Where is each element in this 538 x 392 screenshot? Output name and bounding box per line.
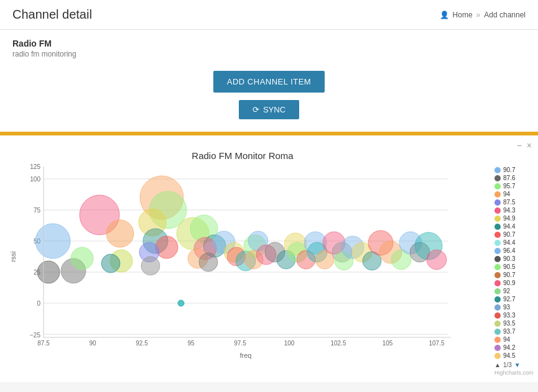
chart-title: Radio FM Monitor Roma <box>192 150 294 161</box>
legend-item: 90.7 <box>494 231 532 238</box>
svg-text:100: 100 <box>30 176 40 183</box>
chart-panel: − × Radio FM Monitor Roma −25 0 25 50 <box>0 134 538 382</box>
legend-item: 94.4 <box>494 239 532 246</box>
svg-text:87.5: 87.5 <box>37 340 50 347</box>
action-buttons: ADD CHANNEL ITEM ⟳ SYNC <box>12 71 526 119</box>
legend-item: 90.7 <box>494 166 532 173</box>
legend-item: 92 <box>494 288 532 294</box>
legend-item: 96.4 <box>494 247 532 254</box>
close-button[interactable]: × <box>527 140 532 150</box>
next-icon[interactable]: ▼ <box>514 362 521 368</box>
svg-text:125: 125 <box>30 163 40 170</box>
chart-legend: 90.787.695.79487.594.394.994.490.794.496… <box>494 142 532 376</box>
svg-text:97.5: 97.5 <box>234 340 246 347</box>
svg-point-25 <box>37 261 60 283</box>
legend-item: 93.7 <box>494 328 532 335</box>
svg-text:freq: freq <box>240 352 252 359</box>
svg-text:−25: −25 <box>30 332 40 339</box>
chart-credit: Highcharts.com <box>494 370 532 376</box>
svg-text:95: 95 <box>187 340 195 347</box>
home-icon: 👤 <box>440 11 449 19</box>
svg-point-39 <box>178 300 184 306</box>
chart-svg: Radio FM Monitor Roma −25 0 25 50 75 100… <box>6 142 494 376</box>
chart-controls: − × <box>517 140 532 150</box>
legend-item: 94.3 <box>494 207 532 214</box>
legend-item: 90.9 <box>494 280 532 286</box>
legend-item: 95.7 <box>494 183 532 189</box>
sync-label: SYNC <box>263 105 285 114</box>
svg-point-74 <box>427 250 447 270</box>
minimize-button[interactable]: − <box>517 140 522 150</box>
legend-item: 94.5 <box>494 352 532 359</box>
svg-text:90: 90 <box>89 340 96 347</box>
channel-name: Radio FM <box>12 39 526 48</box>
svg-point-31 <box>101 254 120 273</box>
nav-separator: » <box>476 11 481 19</box>
svg-text:107.5: 107.5 <box>429 340 444 347</box>
legend-item: 90.3 <box>494 255 532 262</box>
legend-item: 93 <box>494 304 532 311</box>
legend-item: 87.5 <box>494 199 532 206</box>
legend-item: 90.5 <box>494 263 532 270</box>
legend-item: 93.3 <box>494 312 532 319</box>
prev-icon[interactable]: ▲ <box>494 362 501 368</box>
legend-item: 94 <box>494 336 532 343</box>
svg-point-45 <box>199 253 218 271</box>
legend-item: 93.5 <box>494 320 532 327</box>
svg-text:0: 0 <box>37 300 40 307</box>
page-title: Channel detail <box>12 7 92 22</box>
bubble-chart: Radio FM Monitor Roma −25 0 25 50 75 100… <box>6 142 479 365</box>
current-page: Add channel <box>484 11 526 19</box>
svg-text:rssi: rssi <box>9 251 17 262</box>
info-panel: Radio FM radio fm monitoring ADD CHANNEL… <box>0 30 538 134</box>
legend-item: 94.2 <box>494 344 532 351</box>
legend-item: 94 <box>494 191 532 198</box>
svg-text:92.5: 92.5 <box>136 340 148 347</box>
channel-subtitle: radio fm monitoring <box>12 50 526 58</box>
legend-item: 87.6 <box>494 175 532 181</box>
svg-text:100: 100 <box>284 340 295 347</box>
legend-item: 94.9 <box>494 215 532 222</box>
svg-text:102.5: 102.5 <box>330 340 346 347</box>
legend-item: 94.4 <box>494 223 532 230</box>
pagination-text: 1/3 <box>503 362 512 368</box>
chart-container: Radio FM Monitor Roma −25 0 25 50 75 100… <box>6 142 532 376</box>
legend-item: 92.7 <box>494 296 532 303</box>
svg-point-27 <box>71 247 93 270</box>
svg-text:105: 105 <box>383 340 393 347</box>
add-channel-item-button[interactable]: ADD CHANNEL ITEM <box>213 71 325 93</box>
sync-icon: ⟳ <box>253 105 259 114</box>
svg-point-29 <box>106 220 134 247</box>
top-header: Channel detail 👤 Home » Add channel <box>0 0 538 30</box>
svg-point-38 <box>141 257 160 275</box>
svg-text:75: 75 <box>34 207 41 214</box>
svg-point-24 <box>35 224 70 258</box>
legend-item: 90.7 <box>494 271 532 278</box>
breadcrumb: 👤 Home » Add channel <box>440 11 526 19</box>
sync-button[interactable]: ⟳ SYNC <box>239 100 299 119</box>
home-link[interactable]: Home <box>453 11 473 19</box>
legend-pagination: ▲ 1/3 ▼ <box>494 362 532 368</box>
